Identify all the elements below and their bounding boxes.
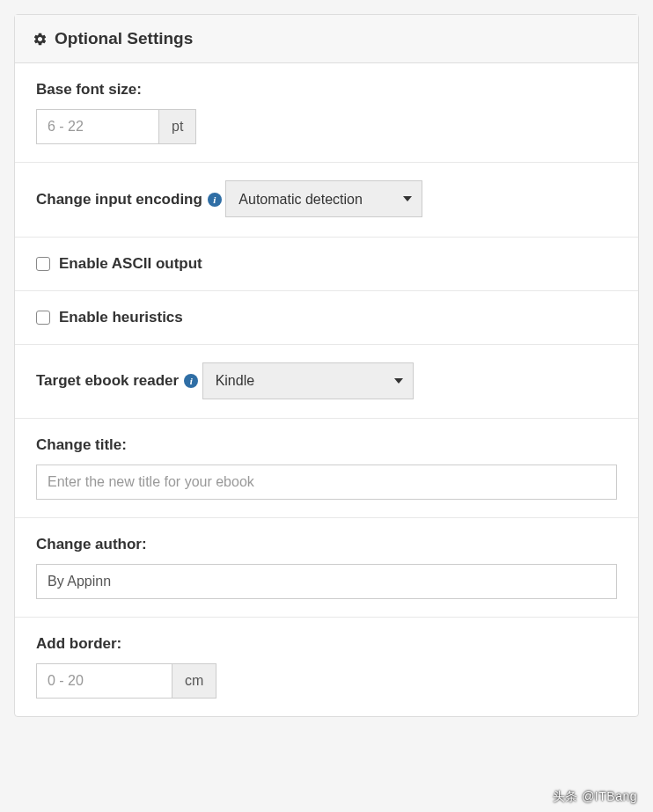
target-reader-label-row: Target ebook reader i	[36, 372, 198, 390]
heuristics-checkbox[interactable]	[36, 311, 50, 325]
heuristics-label: Enable heuristics	[59, 309, 183, 326]
font-size-label: Base font size:	[36, 81, 617, 99]
change-title-label: Change title:	[36, 436, 617, 454]
add-border-label: Add border:	[36, 635, 617, 653]
font-size-input-group: pt	[36, 109, 617, 144]
encoding-select[interactable]: Automatic detection	[225, 180, 422, 217]
info-icon[interactable]: i	[184, 374, 198, 388]
encoding-label: Change input encoding	[36, 191, 202, 208]
ascii-output-checkbox[interactable]	[36, 257, 50, 271]
info-icon[interactable]: i	[208, 193, 222, 207]
add-border-unit: cm	[172, 663, 216, 699]
encoding-section: Change input encoding i Automatic detect…	[15, 163, 638, 238]
font-size-input[interactable]	[36, 109, 159, 144]
optional-settings-panel: Optional Settings Base font size: pt Cha…	[14, 14, 639, 717]
heuristics-section: Enable heuristics	[15, 291, 638, 345]
panel-header: Optional Settings	[15, 15, 638, 63]
target-reader-select-wrap: Kindle	[202, 362, 414, 399]
heuristics-row[interactable]: Enable heuristics	[36, 309, 617, 326]
gear-icon	[33, 32, 48, 47]
change-author-label: Change author:	[36, 536, 617, 553]
change-title-section: Change title:	[15, 419, 638, 518]
encoding-label-row: Change input encoding i	[36, 191, 222, 208]
font-size-section: Base font size: pt	[15, 63, 638, 163]
add-border-input-group: cm	[36, 663, 617, 699]
encoding-select-wrap: Automatic detection	[225, 180, 422, 217]
target-reader-select[interactable]: Kindle	[202, 362, 414, 399]
ascii-output-row[interactable]: Enable ASCII output	[36, 255, 617, 273]
panel-title: Optional Settings	[55, 29, 193, 48]
target-reader-label: Target ebook reader	[36, 372, 179, 390]
target-reader-section: Target ebook reader i Kindle	[15, 345, 638, 420]
add-border-section: Add border: cm	[15, 618, 638, 716]
change-title-input[interactable]	[36, 465, 617, 500]
font-size-unit: pt	[159, 109, 196, 144]
change-author-input[interactable]	[36, 564, 617, 599]
ascii-output-section: Enable ASCII output	[15, 238, 638, 291]
change-author-section: Change author:	[15, 518, 638, 618]
ascii-output-label: Enable ASCII output	[59, 255, 202, 273]
add-border-input[interactable]	[36, 663, 172, 699]
